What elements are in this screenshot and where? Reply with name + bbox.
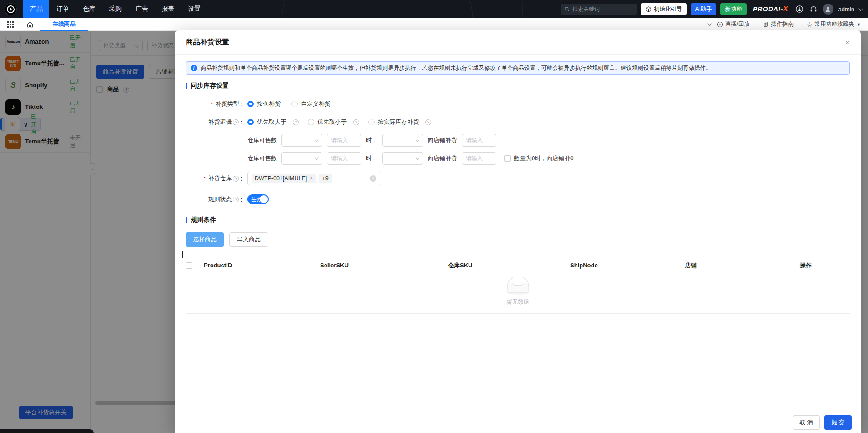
cancel-button[interactable]: 取 消 (793, 415, 820, 430)
empty-box-icon (503, 277, 533, 295)
select-all-checkbox[interactable] (186, 262, 192, 269)
sellable-qty-rule-row-2: 仓库可售数 时， 向店铺补货 数量为0时，向店铺补0 (186, 152, 850, 165)
menu-item-warehouse[interactable]: 仓库 (76, 0, 102, 18)
help-icon[interactable]: ? (233, 176, 239, 182)
search-icon (564, 6, 570, 12)
info-alert: i 商品补货规则和单个商品补货设置哪个是后设置的则哪个生效，但补货规则是异步执行… (186, 61, 850, 75)
headset-icon[interactable] (809, 4, 819, 14)
ai-assistant-button[interactable]: AI助手 (691, 3, 717, 15)
info-icon: i (191, 65, 197, 71)
radio-prefer-smaller[interactable]: 优先取小于 (308, 118, 347, 126)
text-cursor-artifact (182, 251, 183, 258)
favorites-menu[interactable]: ☆ 常用功能收藏夹 ▼ (807, 20, 861, 28)
col-shipnode: ShipNode (570, 262, 685, 269)
warehouse-multiselect[interactable]: DWTP-001[AIMULE] × +9 × (247, 172, 380, 185)
main-menu: 产品 订单 仓库 采购 广告 报表 设置 (23, 0, 207, 18)
select-product-button[interactable]: 选择商品 (186, 232, 224, 247)
screen: 产品 订单 仓库 采购 广告 报表 设置 初始化引导 AI助手 新功能 (0, 0, 868, 433)
store-qty-input-2[interactable] (462, 152, 496, 165)
collapse-chevron-icon[interactable] (707, 21, 711, 26)
radio-actual-stock[interactable]: 按实际库存补货 (368, 118, 419, 126)
clear-icon[interactable]: × (370, 175, 376, 182)
radio-custom[interactable]: 自定义补货 (291, 100, 330, 108)
col-actions: 操作 (800, 261, 850, 270)
alert-text: 商品补货规则和单个商品补货设置哪个是后设置的则哪个生效，但补货规则是异步执行，若… (201, 64, 711, 72)
qty-value-input-2[interactable] (327, 152, 361, 165)
qty-value-input-1[interactable] (327, 134, 361, 147)
home-icon[interactable] (26, 21, 34, 28)
zero-qty-checkbox[interactable]: 数量为0时，向店铺补0 (504, 154, 573, 162)
products-table-header: ProductID SellerSKU 仓库SKU ShipNode 店铺 操作 (186, 259, 850, 272)
replenish-mode-select-2[interactable] (382, 152, 423, 165)
navbar-right: 初始化引导 AI助手 新功能 PRODAI-X admin (561, 3, 868, 15)
modal-title: 商品补货设置 (186, 38, 229, 47)
star-icon: ☆ (807, 21, 813, 28)
submit-button[interactable]: 提 交 (824, 415, 852, 430)
cube-icon (646, 6, 651, 12)
chevron-down-icon[interactable] (858, 6, 863, 11)
modal-footer: 取 消 提 交 (175, 412, 861, 433)
tag-close-icon[interactable]: × (310, 175, 313, 182)
qty-operator-select-2[interactable] (281, 152, 322, 165)
replenish-logic-row: 补货逻辑?: 优先取大于 ? 优先取小于 ? 按实际库存补货 ? (186, 115, 850, 129)
menu-item-orders[interactable]: 订单 (49, 0, 76, 18)
username-label[interactable]: admin (838, 6, 854, 13)
section-sync-inventory: 同步库存设置 (186, 82, 850, 90)
col-productid: ProductID (204, 262, 320, 269)
live-replay-link[interactable]: 直播/回放 (717, 20, 750, 28)
warehouse-more-tag: +9 (319, 174, 331, 183)
menu-item-purchasing[interactable]: 采购 (102, 0, 128, 18)
empty-state: 暂无数据 (186, 272, 850, 314)
section-rule-conditions: 规则条件 (186, 216, 850, 224)
top-navbar: 产品 订单 仓库 采购 广告 报表 设置 初始化引导 AI助手 新功能 (0, 0, 868, 18)
menu-item-ads[interactable]: 广告 (128, 0, 155, 18)
col-warehouse-sku: 仓库SKU (448, 261, 570, 270)
replenish-type-row: *补货类型: 按仓补货 自定义补货 (186, 97, 850, 111)
import-product-button[interactable]: 导入商品 (229, 232, 268, 247)
init-guide-button[interactable]: 初始化引导 (641, 3, 687, 15)
help-icon[interactable]: ? (353, 119, 359, 125)
rule-status-row: 规则状态?: 生效 (186, 192, 850, 206)
play-circle-icon (717, 21, 723, 28)
operation-guide-link[interactable]: 操作指南 (763, 20, 794, 28)
replenish-settings-modal: 商品补货设置 × i 商品补货规则和单个商品补货设置哪个是后设置的则哪个生效，但… (175, 30, 861, 433)
help-icon[interactable]: ? (233, 197, 239, 202)
brand-wordmark: PRODAI-X (753, 5, 789, 14)
rule-status-toggle[interactable]: 生效 (247, 194, 269, 204)
help-icon[interactable]: ? (425, 119, 431, 125)
radio-prefer-greater[interactable]: 优先取大于 (247, 118, 286, 126)
col-sellersku: SellerSKU (320, 262, 448, 269)
document-icon (763, 21, 769, 27)
col-store: 店铺 (685, 261, 800, 270)
menu-item-reports[interactable]: 报表 (155, 0, 181, 18)
sellable-qty-rule-row-1: 仓库可售数 时， 向店铺补货 (186, 133, 850, 147)
apps-grid-icon[interactable] (7, 21, 14, 28)
search-box[interactable] (561, 4, 637, 15)
replenish-warehouse-row: *补货仓库?: DWTP-001[AIMULE] × +9 × (186, 172, 850, 185)
tab-online-products[interactable]: 在线商品 (40, 18, 88, 31)
warehouse-tag: DWTP-001[AIMULE] × (252, 174, 316, 183)
menu-item-products[interactable]: 产品 (23, 0, 49, 18)
radio-by-warehouse[interactable]: 按仓补货 (247, 100, 281, 108)
store-qty-input-1[interactable] (462, 134, 496, 147)
new-feature-button[interactable]: 新功能 (720, 3, 747, 15)
brand-logo-icon[interactable] (5, 3, 17, 15)
user-avatar[interactable] (823, 4, 833, 15)
page-tabbar: 在线商品 直播/回放 操作指南 ☆ 常用功能收藏夹 ▼ (0, 18, 868, 31)
help-icon[interactable]: ? (233, 119, 239, 125)
tabbar-right-tools: 直播/回放 操作指南 ☆ 常用功能收藏夹 ▼ (707, 20, 868, 28)
caret-down-icon: ▼ (857, 22, 861, 27)
menu-item-settings[interactable]: 设置 (181, 0, 207, 18)
download-icon[interactable] (794, 4, 804, 14)
help-icon[interactable]: ? (293, 119, 299, 125)
search-input[interactable] (572, 6, 627, 12)
qty-operator-select-1[interactable] (281, 134, 322, 147)
replenish-mode-select-1[interactable] (382, 134, 423, 147)
close-icon[interactable]: × (845, 38, 850, 47)
